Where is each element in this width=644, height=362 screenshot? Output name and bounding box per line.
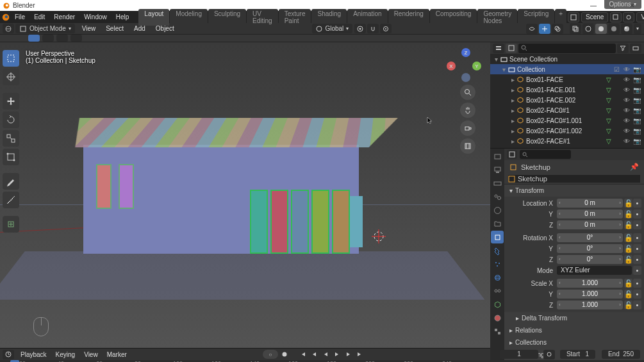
rotation-mode-select[interactable]: XYZ Euler: [557, 266, 632, 275]
frame-end-field[interactable]: End 250: [602, 350, 640, 359]
vp-menu-add[interactable]: Add: [129, 25, 151, 32]
play-reverse[interactable]: [320, 350, 331, 359]
shading-material[interactable]: [608, 24, 620, 34]
ptab-render[interactable]: [491, 150, 504, 163]
vp-menu-select[interactable]: Select: [101, 25, 129, 32]
camera-icon[interactable]: 📷: [633, 76, 641, 83]
tl-menu-keying[interactable]: Keying: [53, 351, 78, 358]
blender-logo-icon[interactable]: [1, 12, 10, 23]
tab-compositing[interactable]: Compositing: [430, 9, 477, 26]
camera-icon[interactable]: 📷: [633, 148, 641, 149]
ptab-data[interactable]: [491, 298, 504, 311]
pin-icon[interactable]: 📌: [630, 163, 639, 171]
xray-toggle[interactable]: [570, 24, 581, 34]
tree-collection[interactable]: ▾ Collection ☑👁📷: [490, 64, 644, 74]
snap-button[interactable]: [367, 24, 379, 33]
tab-layout[interactable]: Layout: [138, 9, 169, 26]
viewlayer-name-field[interactable]: ViewLayer: [636, 12, 644, 22]
autokey-record[interactable]: [279, 350, 290, 359]
orientation-dropdown[interactable]: Global▾: [312, 24, 352, 33]
outliner-editor-type[interactable]: [493, 44, 504, 53]
ptab-viewlayer[interactable]: [491, 177, 504, 190]
menu-window[interactable]: Window: [79, 13, 111, 21]
current-frame-field[interactable]: 1: [500, 350, 538, 359]
visibility-button[interactable]: [526, 24, 538, 34]
viewlayer-browse-button[interactable]: [623, 12, 634, 22]
axis-x[interactable]: X: [447, 62, 456, 70]
camera-icon[interactable]: 📷: [633, 107, 641, 114]
keyframe-dot[interactable]: •: [633, 199, 641, 208]
camera-icon[interactable]: 📷: [633, 66, 641, 73]
nav-zoom-button[interactable]: [460, 85, 475, 100]
location-z-field[interactable]: 0 m: [557, 220, 623, 229]
tl-menu-playback[interactable]: Playback: [18, 351, 49, 358]
rotation-z-field[interactable]: 0°: [557, 255, 623, 264]
outliner-new-collection[interactable]: [630, 44, 641, 53]
shading-wireframe[interactable]: [582, 24, 594, 34]
vp-menu-object[interactable]: Object: [151, 25, 179, 32]
props-search[interactable]: [520, 150, 571, 159]
scene-new-button[interactable]: [610, 12, 622, 22]
rotation-x-field[interactable]: 0°: [557, 233, 623, 242]
options-dropdown[interactable]: Options▾: [604, 0, 641, 9]
proportional-button[interactable]: [380, 24, 392, 33]
ptab-constraints[interactable]: [491, 284, 504, 297]
scale-y-field[interactable]: 1.000: [557, 290, 623, 299]
eye-icon[interactable]: 👁: [623, 148, 632, 149]
scene-name-field[interactable]: Scene: [581, 12, 608, 22]
location-y-field[interactable]: 0 m: [557, 210, 623, 218]
props-name-field[interactable]: Sketchup: [508, 175, 640, 183]
tab-sculpting[interactable]: Sculpting: [208, 9, 246, 26]
nav-pan-button[interactable]: [460, 103, 475, 118]
eye-icon[interactable]: 👁: [623, 128, 632, 135]
eye-icon[interactable]: 👁: [623, 66, 632, 73]
tab-texturepaint[interactable]: Texture Paint: [279, 9, 311, 26]
timeline-editor-type[interactable]: [3, 350, 14, 359]
camera-icon[interactable]: 📷: [633, 128, 641, 135]
menu-help[interactable]: Help: [111, 13, 134, 21]
tree-item[interactable]: ▸Box01-FACE.002▽👁📷: [490, 95, 644, 105]
ptab-material[interactable]: [491, 311, 504, 324]
tool-select-box[interactable]: [3, 50, 19, 67]
scale-z-field[interactable]: 1.000: [557, 300, 623, 309]
tree-item[interactable]: ▸Box01-FACE▽👁📷: [490, 74, 644, 85]
editor-type-button[interactable]: [3, 24, 14, 33]
axis-z[interactable]: Z: [461, 48, 470, 57]
props-editor-type[interactable]: [507, 150, 517, 159]
vp-menu-view[interactable]: View: [77, 25, 101, 32]
eye-icon[interactable]: 👁: [623, 86, 632, 94]
autokey-toggle[interactable]: ○: [263, 350, 278, 359]
outliner-display-mode[interactable]: [506, 44, 517, 53]
eye-icon[interactable]: 👁: [623, 107, 632, 114]
3d-viewport[interactable]: User Perspective (1) Collection | Sketch…: [0, 42, 490, 348]
ptab-scene[interactable]: [491, 190, 504, 203]
menu-file[interactable]: File: [10, 13, 29, 21]
panel-transform-header[interactable]: ▾Transform: [504, 185, 644, 197]
panel-delta-transform[interactable]: ▸Delta Transform: [504, 312, 644, 324]
tab-geometrynodes[interactable]: Geometry Nodes: [477, 9, 517, 26]
jump-end[interactable]: [355, 350, 365, 359]
ptab-collection[interactable]: [491, 217, 504, 230]
select-mode-circle[interactable]: [70, 35, 82, 42]
eye-icon[interactable]: 👁: [623, 117, 632, 124]
panel-relations[interactable]: ▸Relations: [504, 324, 644, 336]
mode-dropdown[interactable]: Object Mode ▾: [15, 24, 75, 33]
shading-dropdown[interactable]: ▾: [634, 24, 641, 34]
menu-edit[interactable]: Edit: [29, 13, 49, 21]
scale-x-field[interactable]: 1.000: [557, 279, 623, 288]
location-x-field[interactable]: 0 m: [557, 199, 623, 208]
ptab-modifiers[interactable]: [491, 244, 504, 257]
tool-move[interactable]: [3, 93, 19, 110]
rotation-y-field[interactable]: 0°: [557, 244, 623, 253]
preview-range-toggle[interactable]: [543, 350, 555, 359]
overlay-toggle[interactable]: [552, 24, 563, 34]
tab-shading[interactable]: Shading: [311, 9, 347, 26]
panel-collections[interactable]: ▸Collections: [504, 336, 644, 349]
jump-start[interactable]: [297, 350, 308, 359]
outliner-tree[interactable]: ▾ Scene Collection ▾ Collection ☑👁📷 ▸Box…: [490, 54, 644, 148]
minimize-button[interactable]: —: [584, 2, 603, 9]
shading-solid[interactable]: [595, 24, 607, 34]
eye-icon[interactable]: 👁: [623, 76, 632, 83]
tool-annotate[interactable]: [3, 173, 19, 190]
tl-menu-marker[interactable]: Marker: [104, 351, 129, 358]
